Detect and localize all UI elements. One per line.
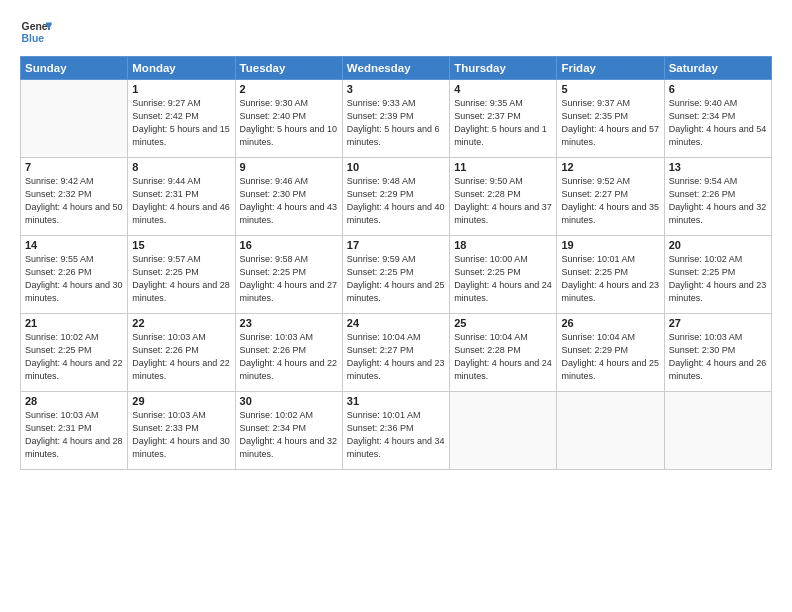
calendar-table: SundayMondayTuesdayWednesdayThursdayFrid… [20, 56, 772, 470]
calendar-cell: 28Sunrise: 10:03 AM Sunset: 2:31 PM Dayl… [21, 392, 128, 470]
day-number: 27 [669, 317, 767, 329]
calendar-cell: 17Sunrise: 9:59 AM Sunset: 2:25 PM Dayli… [342, 236, 449, 314]
day-number: 12 [561, 161, 659, 173]
day-number: 16 [240, 239, 338, 251]
calendar-cell: 29Sunrise: 10:03 AM Sunset: 2:33 PM Dayl… [128, 392, 235, 470]
calendar-cell: 15Sunrise: 9:57 AM Sunset: 2:25 PM Dayli… [128, 236, 235, 314]
day-number: 24 [347, 317, 445, 329]
day-info: Sunrise: 9:35 AM Sunset: 2:37 PM Dayligh… [454, 97, 552, 149]
day-info: Sunrise: 9:46 AM Sunset: 2:30 PM Dayligh… [240, 175, 338, 227]
header: General Blue [20, 16, 772, 48]
calendar-cell: 3Sunrise: 9:33 AM Sunset: 2:39 PM Daylig… [342, 80, 449, 158]
day-info: Sunrise: 9:57 AM Sunset: 2:25 PM Dayligh… [132, 253, 230, 305]
calendar-cell: 13Sunrise: 9:54 AM Sunset: 2:26 PM Dayli… [664, 158, 771, 236]
day-number: 30 [240, 395, 338, 407]
day-info: Sunrise: 10:03 AM Sunset: 2:31 PM Daylig… [25, 409, 123, 461]
calendar-cell: 10Sunrise: 9:48 AM Sunset: 2:29 PM Dayli… [342, 158, 449, 236]
day-info: Sunrise: 10:01 AM Sunset: 2:36 PM Daylig… [347, 409, 445, 461]
day-number: 1 [132, 83, 230, 95]
calendar-cell: 21Sunrise: 10:02 AM Sunset: 2:25 PM Dayl… [21, 314, 128, 392]
day-info: Sunrise: 10:04 AM Sunset: 2:29 PM Daylig… [561, 331, 659, 383]
logo-icon: General Blue [20, 16, 52, 48]
day-info: Sunrise: 10:03 AM Sunset: 2:26 PM Daylig… [132, 331, 230, 383]
day-number: 15 [132, 239, 230, 251]
day-number: 21 [25, 317, 123, 329]
calendar-cell: 6Sunrise: 9:40 AM Sunset: 2:34 PM Daylig… [664, 80, 771, 158]
day-number: 28 [25, 395, 123, 407]
calendar-cell: 4Sunrise: 9:35 AM Sunset: 2:37 PM Daylig… [450, 80, 557, 158]
col-header-wednesday: Wednesday [342, 57, 449, 80]
day-info: Sunrise: 9:40 AM Sunset: 2:34 PM Dayligh… [669, 97, 767, 149]
day-number: 22 [132, 317, 230, 329]
day-info: Sunrise: 9:42 AM Sunset: 2:32 PM Dayligh… [25, 175, 123, 227]
day-number: 18 [454, 239, 552, 251]
day-info: Sunrise: 10:00 AM Sunset: 2:25 PM Daylig… [454, 253, 552, 305]
day-number: 9 [240, 161, 338, 173]
calendar-cell: 14Sunrise: 9:55 AM Sunset: 2:26 PM Dayli… [21, 236, 128, 314]
col-header-thursday: Thursday [450, 57, 557, 80]
day-number: 4 [454, 83, 552, 95]
day-info: Sunrise: 9:55 AM Sunset: 2:26 PM Dayligh… [25, 253, 123, 305]
calendar-cell: 30Sunrise: 10:02 AM Sunset: 2:34 PM Dayl… [235, 392, 342, 470]
day-info: Sunrise: 9:54 AM Sunset: 2:26 PM Dayligh… [669, 175, 767, 227]
day-info: Sunrise: 9:50 AM Sunset: 2:28 PM Dayligh… [454, 175, 552, 227]
day-info: Sunrise: 10:03 AM Sunset: 2:30 PM Daylig… [669, 331, 767, 383]
day-number: 25 [454, 317, 552, 329]
col-header-friday: Friday [557, 57, 664, 80]
day-info: Sunrise: 10:02 AM Sunset: 2:25 PM Daylig… [25, 331, 123, 383]
day-number: 31 [347, 395, 445, 407]
calendar-cell: 8Sunrise: 9:44 AM Sunset: 2:31 PM Daylig… [128, 158, 235, 236]
day-number: 26 [561, 317, 659, 329]
day-info: Sunrise: 9:44 AM Sunset: 2:31 PM Dayligh… [132, 175, 230, 227]
day-info: Sunrise: 9:33 AM Sunset: 2:39 PM Dayligh… [347, 97, 445, 149]
page: General Blue SundayMondayTuesdayWednesda… [0, 0, 792, 612]
col-header-sunday: Sunday [21, 57, 128, 80]
day-info: Sunrise: 10:04 AM Sunset: 2:28 PM Daylig… [454, 331, 552, 383]
col-header-monday: Monday [128, 57, 235, 80]
calendar-cell [557, 392, 664, 470]
day-info: Sunrise: 9:27 AM Sunset: 2:42 PM Dayligh… [132, 97, 230, 149]
calendar-cell: 1Sunrise: 9:27 AM Sunset: 2:42 PM Daylig… [128, 80, 235, 158]
calendar-cell: 11Sunrise: 9:50 AM Sunset: 2:28 PM Dayli… [450, 158, 557, 236]
day-info: Sunrise: 9:37 AM Sunset: 2:35 PM Dayligh… [561, 97, 659, 149]
day-info: Sunrise: 9:48 AM Sunset: 2:29 PM Dayligh… [347, 175, 445, 227]
calendar-cell: 25Sunrise: 10:04 AM Sunset: 2:28 PM Dayl… [450, 314, 557, 392]
day-number: 19 [561, 239, 659, 251]
calendar-cell [450, 392, 557, 470]
day-info: Sunrise: 10:03 AM Sunset: 2:33 PM Daylig… [132, 409, 230, 461]
calendar-cell [21, 80, 128, 158]
calendar-cell: 5Sunrise: 9:37 AM Sunset: 2:35 PM Daylig… [557, 80, 664, 158]
calendar-cell: 27Sunrise: 10:03 AM Sunset: 2:30 PM Dayl… [664, 314, 771, 392]
day-number: 6 [669, 83, 767, 95]
day-info: Sunrise: 10:02 AM Sunset: 2:34 PM Daylig… [240, 409, 338, 461]
calendar-cell: 18Sunrise: 10:00 AM Sunset: 2:25 PM Dayl… [450, 236, 557, 314]
week-row-0: 1Sunrise: 9:27 AM Sunset: 2:42 PM Daylig… [21, 80, 772, 158]
day-number: 14 [25, 239, 123, 251]
calendar-cell: 9Sunrise: 9:46 AM Sunset: 2:30 PM Daylig… [235, 158, 342, 236]
col-header-tuesday: Tuesday [235, 57, 342, 80]
calendar-cell: 12Sunrise: 9:52 AM Sunset: 2:27 PM Dayli… [557, 158, 664, 236]
day-info: Sunrise: 9:58 AM Sunset: 2:25 PM Dayligh… [240, 253, 338, 305]
day-info: Sunrise: 10:03 AM Sunset: 2:26 PM Daylig… [240, 331, 338, 383]
day-number: 20 [669, 239, 767, 251]
calendar-header-row: SundayMondayTuesdayWednesdayThursdayFrid… [21, 57, 772, 80]
day-info: Sunrise: 10:02 AM Sunset: 2:25 PM Daylig… [669, 253, 767, 305]
day-number: 10 [347, 161, 445, 173]
calendar-cell: 31Sunrise: 10:01 AM Sunset: 2:36 PM Dayl… [342, 392, 449, 470]
calendar-cell: 2Sunrise: 9:30 AM Sunset: 2:40 PM Daylig… [235, 80, 342, 158]
col-header-saturday: Saturday [664, 57, 771, 80]
calendar-cell: 20Sunrise: 10:02 AM Sunset: 2:25 PM Dayl… [664, 236, 771, 314]
day-info: Sunrise: 10:01 AM Sunset: 2:25 PM Daylig… [561, 253, 659, 305]
calendar-cell: 26Sunrise: 10:04 AM Sunset: 2:29 PM Dayl… [557, 314, 664, 392]
day-info: Sunrise: 9:59 AM Sunset: 2:25 PM Dayligh… [347, 253, 445, 305]
day-number: 5 [561, 83, 659, 95]
svg-text:Blue: Blue [22, 33, 45, 44]
week-row-2: 14Sunrise: 9:55 AM Sunset: 2:26 PM Dayli… [21, 236, 772, 314]
calendar-cell: 22Sunrise: 10:03 AM Sunset: 2:26 PM Dayl… [128, 314, 235, 392]
day-number: 2 [240, 83, 338, 95]
day-number: 7 [25, 161, 123, 173]
calendar-cell: 19Sunrise: 10:01 AM Sunset: 2:25 PM Dayl… [557, 236, 664, 314]
day-number: 13 [669, 161, 767, 173]
calendar-cell: 23Sunrise: 10:03 AM Sunset: 2:26 PM Dayl… [235, 314, 342, 392]
day-info: Sunrise: 9:30 AM Sunset: 2:40 PM Dayligh… [240, 97, 338, 149]
